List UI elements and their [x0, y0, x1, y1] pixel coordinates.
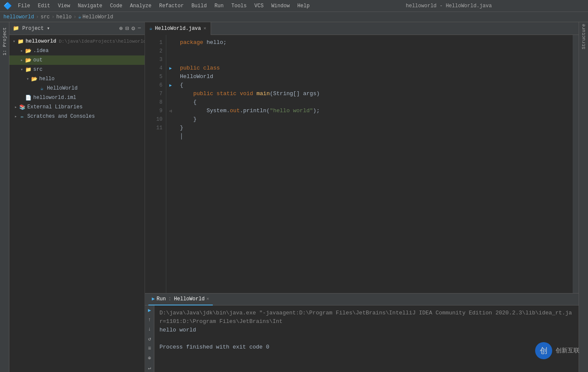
- menu-item-file[interactable]: File: [14, 2, 34, 10]
- gutter-run-main[interactable]: ▶: [166, 81, 175, 90]
- window-title: helloworld - HelloWorld.java: [313, 3, 585, 9]
- breadcrumb-helloworld-class[interactable]: ☕HelloWorld: [78, 14, 113, 20]
- title-bar: 🔷 FileEditViewNavigateCodeAnalyzeRefacto…: [0, 0, 588, 12]
- menu-bar: 🔷 FileEditViewNavigateCodeAnalyzeRefacto…: [3, 2, 313, 10]
- line-numbers: 1 2 3 4 5 6 7 8 9 10 11: [145, 35, 166, 293]
- iml-icon: 📄: [25, 94, 32, 101]
- java-icon-helloworld: ☕: [38, 85, 45, 92]
- run-tab-label: Run: [156, 296, 166, 302]
- menu-item-window[interactable]: Window: [268, 2, 293, 10]
- code-line-1: package hello;: [180, 38, 568, 47]
- scrollbar-area[interactable]: [573, 35, 579, 293]
- breadcrumb-hello[interactable]: hello: [56, 14, 72, 20]
- menu-item-tools[interactable]: Tools: [228, 2, 250, 10]
- tree-path-helloworld: D:\java\IdeaProjects\helloworld: [59, 39, 145, 44]
- folder-icon-helloworld: 📁: [17, 38, 24, 45]
- menu-item-code[interactable]: Code: [107, 2, 126, 10]
- tree-item-helloworld[interactable]: ▾ 📁 helloworld D:\java\IdeaProjects\hell…: [9, 37, 145, 46]
- gutter-1: [166, 38, 175, 47]
- tree-label-out: out: [33, 57, 43, 63]
- tree-item-src[interactable]: ▾ 📁 src: [9, 65, 145, 74]
- folder-icon-src: 📁: [25, 66, 32, 73]
- tree-item-out[interactable]: ▸ 📂 out: [9, 55, 145, 65]
- gutter-3: [166, 55, 175, 64]
- gutter-8: [166, 98, 175, 107]
- gutter-7: [166, 90, 175, 98]
- tree-label-helloworld: helloworld: [26, 38, 56, 44]
- code-editor[interactable]: 1 2 3 4 5 6 7 8 9 10 11 ▶: [145, 35, 579, 293]
- rerun-btn[interactable]: ↺: [146, 336, 154, 342]
- tree-item-hello[interactable]: ▾ 📂 hello: [9, 74, 145, 84]
- menu-item-vcs[interactable]: VCS: [251, 2, 267, 10]
- breadcrumb-bar: helloworld › src › hello › ☕HelloWorld: [0, 12, 588, 22]
- project-label[interactable]: 1: Project: [2, 27, 7, 55]
- bottom-tab-bar: ▶ Run : HelloWorld ×: [145, 294, 579, 305]
- project-tree[interactable]: ▾ 📁 helloworld D:\java\IdeaProjects\hell…: [9, 35, 145, 372]
- breadcrumb-src[interactable]: src: [41, 14, 50, 20]
- scroll-up-btn[interactable]: ↑: [146, 317, 154, 323]
- project-header-title: 📁 Project ▾: [13, 25, 116, 32]
- run-icon: ▶: [152, 296, 155, 302]
- tree-label-scratches: Scratches and Consoles: [27, 113, 95, 119]
- run-tab-close[interactable]: ×: [206, 296, 209, 302]
- hide-icon[interactable]: −: [138, 25, 141, 32]
- run-output: D:\java\Java\jdk\bin\java.exe "-javaagen…: [154, 305, 579, 372]
- left-tool-strip: 1: Project: [0, 22, 9, 372]
- breadcrumb-helloworld[interactable]: helloworld: [3, 14, 34, 20]
- wrap-btn[interactable]: ↵: [146, 365, 154, 371]
- folder-icon-hello: 📂: [31, 76, 38, 82]
- code-line-6: {: [180, 81, 568, 90]
- console-btn[interactable]: ≡: [146, 346, 154, 352]
- code-line-4: public class: [180, 64, 568, 73]
- settings-icon[interactable]: ⚙: [131, 25, 135, 32]
- tab-helloworld-java[interactable]: ☕ HelloWorld.java ×: [145, 22, 211, 35]
- menu-item-build[interactable]: Build: [188, 2, 210, 10]
- tree-item-helloworld-java[interactable]: ☕ HelloWorld: [9, 84, 145, 93]
- gutter-11: [166, 124, 175, 132]
- code-content[interactable]: package hello; public class HelloWorld {…: [175, 35, 573, 293]
- tree-label-iml: helloworld.iml: [33, 95, 76, 101]
- menu-item-analyze[interactable]: Analyze: [127, 2, 155, 10]
- library-icon: 📚: [19, 104, 26, 110]
- tree-arrow-iml: [19, 95, 25, 101]
- tree-arrow-out: ▸: [19, 57, 25, 63]
- scroll-down-btn[interactable]: ↓: [146, 326, 154, 332]
- menu-item-view[interactable]: View: [55, 2, 74, 10]
- gutter-collapse-9[interactable]: ◁: [166, 107, 175, 115]
- tree-label-helloworld-java: HelloWorld: [47, 85, 78, 91]
- code-line-7: public static void main(String[] args): [180, 90, 568, 98]
- tree-arrow-src: ▾: [19, 67, 25, 73]
- tree-item-external-libs[interactable]: ▸ 📚 External Libraries: [9, 102, 145, 112]
- structure-btn[interactable]: Structure: [580, 24, 588, 49]
- filter-btn[interactable]: ⊕: [146, 355, 154, 361]
- tree-label-hello: hello: [39, 76, 55, 82]
- tree-item-scratches[interactable]: ▸ ✏️ Scratches and Consoles: [9, 112, 145, 121]
- run-file-label: HelloWorld: [174, 296, 205, 302]
- menu-item-run[interactable]: Run: [211, 2, 227, 10]
- code-line-8: {: [180, 98, 568, 107]
- tree-label-src: src: [33, 67, 43, 73]
- tab-label: HelloWorld.java: [155, 26, 201, 32]
- breadcrumb-sep-3: ›: [73, 14, 76, 20]
- folder-icon-idea: 📂: [25, 47, 32, 54]
- run-play-btn[interactable]: ▶: [146, 307, 154, 314]
- tree-item-iml[interactable]: 📄 helloworld.iml: [9, 93, 145, 102]
- run-tab[interactable]: ▶ Run : HelloWorld ×: [148, 294, 213, 305]
- menu-item-navigate[interactable]: Navigate: [74, 2, 106, 10]
- tab-close-btn[interactable]: ×: [203, 26, 206, 31]
- tab-bar: ☕ HelloWorld.java ×: [145, 22, 579, 35]
- bottom-panel: ▶ Run : HelloWorld × ▶ ↑ ↓ ↺ ≡ ⊕ ↵ ⎙: [145, 293, 579, 372]
- run-output-blank: [159, 334, 574, 343]
- gutter-run-class[interactable]: ▶: [166, 64, 175, 73]
- tree-item-idea[interactable]: ▸ 📂 .idea: [9, 46, 145, 55]
- project-header-icons: ⊕ ⊟ ⚙ −: [119, 25, 141, 32]
- menu-item-help[interactable]: Help: [294, 2, 313, 10]
- menu-item-edit[interactable]: Edit: [35, 2, 54, 10]
- code-line-12: │: [180, 132, 568, 141]
- menu-item-refactor[interactable]: Refactor: [156, 2, 187, 10]
- code-line-2: [180, 47, 568, 55]
- collapse-all-icon[interactable]: ⊟: [125, 25, 129, 32]
- code-line-5: HelloWorld: [180, 73, 568, 81]
- locate-icon[interactable]: ⊕: [119, 25, 122, 32]
- code-line-11: }: [180, 124, 568, 132]
